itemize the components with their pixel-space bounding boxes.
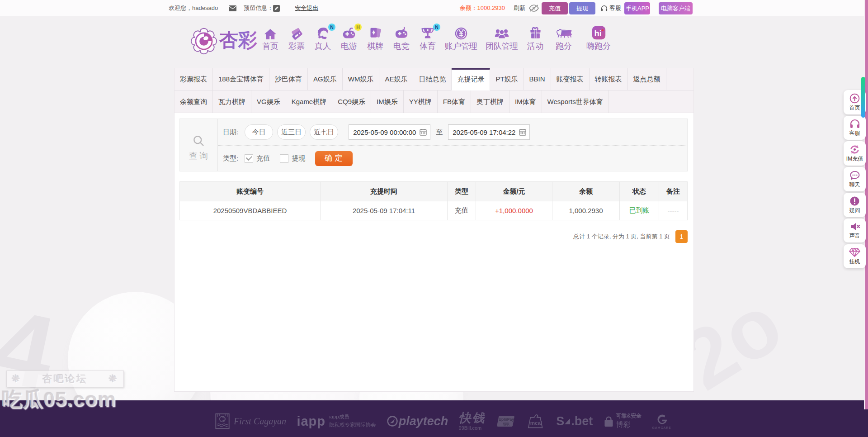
svg-text:mcai: mcai bbox=[530, 420, 542, 426]
svg-text:hi: hi bbox=[594, 28, 601, 38]
svg-text:银联: 银联 bbox=[502, 422, 510, 426]
svg-text:UpInPay: UpInPay bbox=[499, 417, 514, 422]
